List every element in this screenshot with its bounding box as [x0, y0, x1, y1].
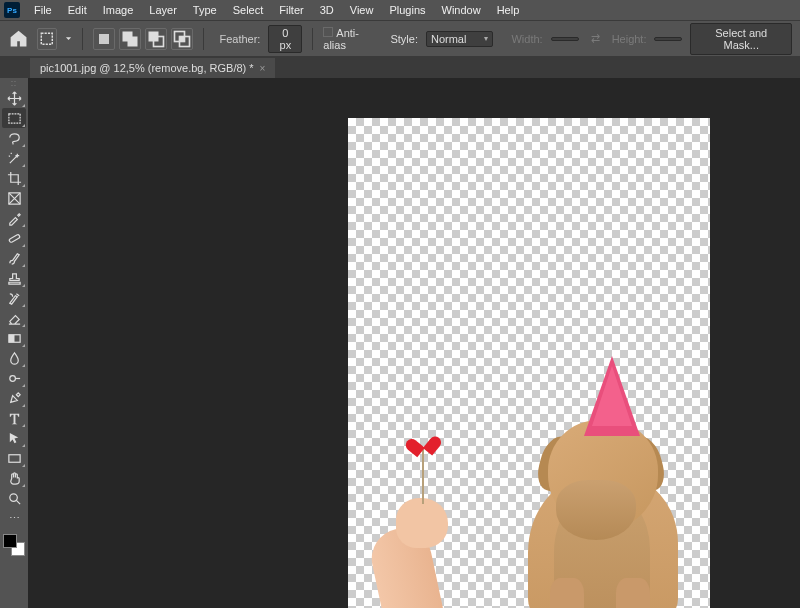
subtract-from-selection-button[interactable]	[145, 28, 167, 50]
width-input	[551, 37, 579, 41]
separator	[203, 28, 204, 50]
pen-icon	[7, 391, 22, 406]
crop-icon	[7, 171, 22, 186]
svg-rect-12	[8, 334, 14, 342]
clone-stamp-tool[interactable]	[2, 268, 26, 288]
style-label: Style:	[390, 33, 418, 45]
lasso-tool[interactable]	[2, 128, 26, 148]
options-bar: Feather: 0 px Anti-alias Style: Normal ▾…	[0, 20, 800, 56]
hand-tool[interactable]	[2, 468, 26, 488]
rectangle-tool[interactable]	[2, 448, 26, 468]
brush-tool[interactable]	[2, 248, 26, 268]
move-tool[interactable]	[2, 88, 26, 108]
subtract-selection-icon	[146, 29, 166, 49]
chevron-down-icon: ▾	[484, 34, 488, 43]
eraser-tool[interactable]	[2, 308, 26, 328]
home-button[interactable]	[8, 27, 29, 51]
menu-image[interactable]: Image	[95, 1, 142, 19]
add-selection-icon	[120, 29, 140, 49]
panel-grip-icon[interactable]: ∙∙∙∙	[8, 80, 20, 88]
menu-select[interactable]: Select	[225, 1, 272, 19]
document-canvas[interactable]	[348, 118, 710, 608]
selection-mode-group	[93, 28, 193, 50]
foreground-color-swatch[interactable]	[3, 534, 17, 548]
marquee-icon	[7, 111, 22, 126]
svg-point-13	[9, 375, 15, 381]
feather-input[interactable]: 0 px	[268, 25, 302, 53]
rectangular-marquee-tool[interactable]	[2, 108, 26, 128]
blur-tool[interactable]	[2, 348, 26, 368]
eraser-icon	[7, 311, 22, 326]
separator	[312, 28, 313, 50]
workspace[interactable]	[28, 78, 800, 608]
arrow-icon	[7, 431, 22, 446]
hand-icon	[7, 471, 22, 486]
rectangle-icon	[7, 451, 22, 466]
stamp-icon	[7, 271, 22, 286]
svg-rect-0	[41, 33, 52, 44]
path-selection-tool[interactable]	[2, 428, 26, 448]
intersect-selection-icon	[172, 29, 192, 49]
menu-3d[interactable]: 3D	[312, 1, 342, 19]
menu-layer[interactable]: Layer	[141, 1, 185, 19]
photoshop-logo: Ps	[4, 2, 20, 18]
menu-help[interactable]: Help	[489, 1, 528, 19]
svg-rect-7	[179, 36, 184, 41]
move-icon	[7, 91, 22, 106]
menu-plugins[interactable]: Plugins	[381, 1, 433, 19]
drop-icon	[7, 351, 22, 366]
menu-view[interactable]: View	[342, 1, 382, 19]
eyedropper-icon	[7, 211, 22, 226]
gradient-icon	[7, 331, 22, 346]
menu-window[interactable]: Window	[434, 1, 489, 19]
menu-edit[interactable]: Edit	[60, 1, 95, 19]
intersect-selection-button[interactable]	[171, 28, 193, 50]
tool-preset-picker[interactable]	[37, 28, 57, 50]
svg-rect-8	[8, 113, 19, 122]
wand-icon	[7, 151, 22, 166]
width-label: Width:	[511, 33, 542, 45]
edit-toolbar-button[interactable]: ⋯	[2, 508, 26, 528]
zoom-tool[interactable]	[2, 488, 26, 508]
ellipsis-icon: ⋯	[9, 512, 20, 525]
menu-filter[interactable]: Filter	[271, 1, 311, 19]
new-selection-button[interactable]	[93, 28, 115, 50]
canvas-content	[510, 390, 690, 608]
chevron-down-icon[interactable]	[65, 35, 72, 43]
add-to-selection-button[interactable]	[119, 28, 141, 50]
home-icon	[8, 28, 29, 49]
feather-label: Feather:	[219, 33, 260, 45]
gradient-tool[interactable]	[2, 328, 26, 348]
checkbox-icon	[323, 27, 333, 37]
zoom-icon	[7, 491, 22, 506]
close-tab-button[interactable]: ×	[260, 63, 266, 74]
color-swatches[interactable]	[3, 534, 25, 556]
style-select[interactable]: Normal ▾	[426, 31, 493, 47]
dodge-tool[interactable]	[2, 368, 26, 388]
document-tab-title: pic1001.jpg @ 12,5% (remove.bg, RGB/8) *	[40, 62, 254, 74]
antialias-checkbox: Anti-alias	[323, 27, 374, 51]
svg-rect-14	[8, 454, 19, 462]
menu-type[interactable]: Type	[185, 1, 225, 19]
document-tab[interactable]: pic1001.jpg @ 12,5% (remove.bg, RGB/8) *…	[30, 58, 275, 78]
select-and-mask-button[interactable]: Select and Mask...	[690, 23, 792, 55]
style-value: Normal	[431, 33, 466, 45]
svg-rect-10	[8, 234, 20, 243]
square-icon	[99, 34, 109, 44]
menu-file[interactable]: File	[26, 1, 60, 19]
crop-tool[interactable]	[2, 168, 26, 188]
quick-selection-tool[interactable]	[2, 148, 26, 168]
canvas-content	[360, 478, 480, 608]
height-input	[654, 37, 682, 41]
history-brush-tool[interactable]	[2, 288, 26, 308]
frame-tool[interactable]	[2, 188, 26, 208]
swap-icon: ⇄	[591, 32, 600, 45]
eyedropper-tool[interactable]	[2, 208, 26, 228]
menu-bar: Ps File Edit Image Layer Type Select Fil…	[0, 0, 800, 20]
spot-healing-brush-tool[interactable]	[2, 228, 26, 248]
frame-icon	[7, 191, 22, 206]
dodge-icon	[7, 371, 22, 386]
type-tool[interactable]	[2, 408, 26, 428]
type-icon	[7, 411, 22, 426]
pen-tool[interactable]	[2, 388, 26, 408]
